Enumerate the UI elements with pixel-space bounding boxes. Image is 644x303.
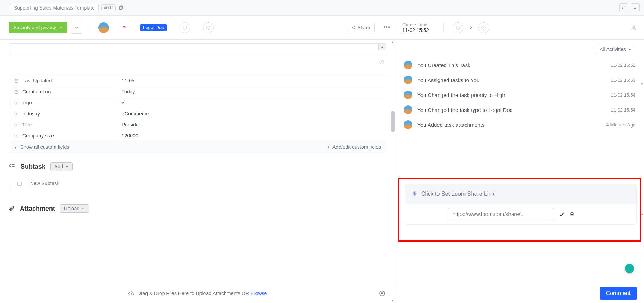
show-all-fields[interactable]: ▼Show all custom fields <box>14 144 69 150</box>
upload-button[interactable]: Upload <box>60 204 89 213</box>
scroll-down-icon[interactable]: ▼ <box>640 213 643 216</box>
attachment-title: Attachment <box>20 205 55 212</box>
field-value[interactable]: 120000 <box>117 130 386 141</box>
field-label: Title <box>22 122 32 128</box>
left-scroll-area: ▲ Last Updated11-05Creation LogTodaylogo… <box>0 40 395 283</box>
field-row[interactable]: TitlePresident <box>9 119 386 130</box>
svg-point-7 <box>633 26 635 28</box>
new-subtask-input[interactable]: New Subtask <box>9 175 386 191</box>
assignee-avatar[interactable] <box>98 22 109 33</box>
field-icon <box>14 133 19 138</box>
status-button[interactable]: Security and privacy <box>9 22 67 33</box>
share-button[interactable]: Share <box>347 23 375 32</box>
confirm-icon[interactable] <box>558 211 565 217</box>
activity-text: You Created This Task <box>417 62 606 68</box>
comment-button[interactable]: Comment <box>600 287 637 300</box>
record-icon[interactable] <box>379 291 385 296</box>
fab-button[interactable] <box>625 264 634 273</box>
time-forward-icon[interactable] <box>478 22 489 33</box>
field-value[interactable]: √ <box>117 97 386 108</box>
field-label: logo <box>22 100 32 105</box>
svg-point-4 <box>354 28 355 29</box>
checkmark-icon[interactable] <box>203 22 214 33</box>
time-back-icon[interactable] <box>453 22 463 33</box>
subtask-title: Subtask <box>21 163 45 171</box>
field-label: Industry <box>22 111 40 117</box>
checkbox-icon[interactable] <box>17 182 22 186</box>
activity-avatar <box>404 120 412 129</box>
title-bar: Supporting Sales Materials Template #007 <box>0 0 644 16</box>
main-toolbar: Security and privacy Legal Doc Share •••… <box>0 16 644 40</box>
activity-text: You Changed the task priority to High <box>417 92 606 98</box>
copy-link-icon[interactable] <box>119 5 123 10</box>
drop-bar[interactable]: Drag & Drop Files Here to Upload Attachm… <box>0 283 395 303</box>
field-value[interactable]: Today <box>117 86 386 97</box>
scroll-up-icon[interactable]: ▲ <box>391 40 394 44</box>
scrollbar[interactable]: ▲ ▼ <box>391 40 395 303</box>
description-field[interactable]: ▲ <box>9 43 386 56</box>
browse-link[interactable]: Browse <box>251 291 267 296</box>
more-actions-icon[interactable]: ••• <box>383 24 390 31</box>
create-time-label: Create Time <box>402 22 429 27</box>
activity-avatar <box>404 61 412 69</box>
svg-rect-10 <box>15 90 18 93</box>
drop-text: Drag & Drop Files Here to Upload Attachm… <box>137 291 267 296</box>
history-icon[interactable] <box>9 58 386 67</box>
activity-row: You Changed the task type to Legal Doc11… <box>404 102 635 117</box>
loom-url-input[interactable] <box>448 208 554 220</box>
separator <box>443 23 444 32</box>
person-icon[interactable] <box>631 25 637 31</box>
field-row[interactable]: logo√ <box>9 97 386 108</box>
field-icon <box>14 100 19 105</box>
right-column: All Activities You Created This Task11-0… <box>395 40 644 303</box>
priority-flag-icon[interactable] <box>122 25 127 31</box>
field-label: Company size <box>22 133 54 139</box>
module-icon[interactable] <box>180 22 190 33</box>
status-next-button[interactable] <box>71 22 82 34</box>
svg-point-1 <box>206 26 210 29</box>
field-value[interactable]: President <box>117 119 386 130</box>
subtask-icon <box>9 163 16 170</box>
activity-row: You Created This Task11-02 15:52 <box>404 58 635 72</box>
title-left: Supporting Sales Materials Template #007 <box>1 4 123 12</box>
trash-icon[interactable] <box>569 211 575 217</box>
field-icon <box>14 78 19 83</box>
field-icon <box>14 122 19 127</box>
loom-header-text: Click to Set Loom Share Link <box>421 191 494 197</box>
task-type-badge[interactable]: Legal Doc <box>140 24 167 31</box>
field-label: Creation Log <box>22 89 51 94</box>
minimize-button[interactable] <box>619 3 628 12</box>
toolbar-left: Security and privacy Legal Doc Share ••• <box>0 22 395 34</box>
activity-list: You Created This Task11-02 15:52You Assi… <box>395 55 644 134</box>
scroll-up-icon[interactable]: ▲ <box>640 82 643 85</box>
activity-time: 11-02 15:54 <box>611 107 635 113</box>
activity-text: You Assigned tasks to You <box>417 77 606 83</box>
loom-icon: ✳ <box>412 190 417 197</box>
cloud-upload-icon <box>128 290 134 297</box>
task-template-name[interactable]: Supporting Sales Materials Template <box>10 4 99 12</box>
activity-avatar <box>404 105 412 114</box>
share-label: Share <box>358 25 370 30</box>
field-row[interactable]: Company size120000 <box>9 130 386 141</box>
add-edit-fields[interactable]: + Add/edit custom fields <box>327 144 381 150</box>
svg-rect-0 <box>120 6 122 9</box>
dropdown-arrow-icon[interactable]: ▲ <box>378 44 386 50</box>
chevron-right-icon[interactable] <box>468 25 473 30</box>
scroll-thumb[interactable] <box>391 111 395 132</box>
activity-row: You Added task attachments4 Minutes Ago <box>404 117 635 132</box>
comment-bar: Comment <box>395 283 644 303</box>
svg-rect-9 <box>15 79 18 82</box>
close-button[interactable] <box>631 3 640 12</box>
custom-fields-table: Last Updated11-05Creation LogTodaylogo√I… <box>9 75 386 153</box>
loom-header[interactable]: ✳ Click to Set Loom Share Link <box>405 184 636 204</box>
field-row[interactable]: Last Updated11-05 <box>9 75 386 86</box>
fields-footer: ▼Show all custom fields + Add/edit custo… <box>9 141 386 153</box>
add-subtask-button[interactable]: Add <box>50 162 73 171</box>
activity-filter[interactable]: All Activities <box>596 45 635 54</box>
body: ▲ Last Updated11-05Creation LogTodaylogo… <box>0 40 644 303</box>
field-row[interactable]: IndustryeCommerce <box>9 108 386 119</box>
field-value[interactable]: eCommerce <box>117 108 386 119</box>
activity-scrollbar[interactable]: ▲ ▼ <box>640 82 643 86</box>
field-row[interactable]: Creation LogToday <box>9 86 386 97</box>
field-value[interactable]: 11-05 <box>117 75 386 86</box>
